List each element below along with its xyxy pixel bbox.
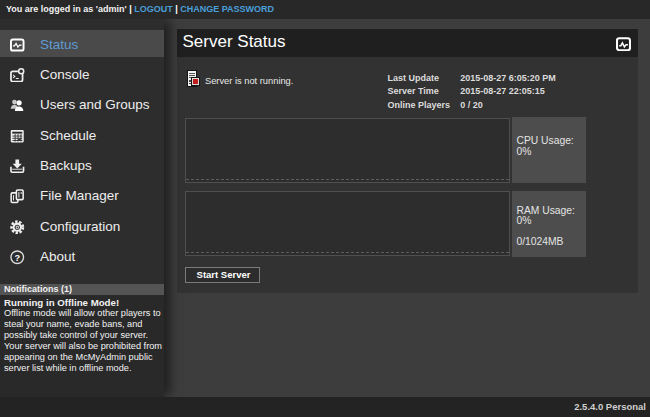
svg-text:?: ? [14, 253, 20, 263]
